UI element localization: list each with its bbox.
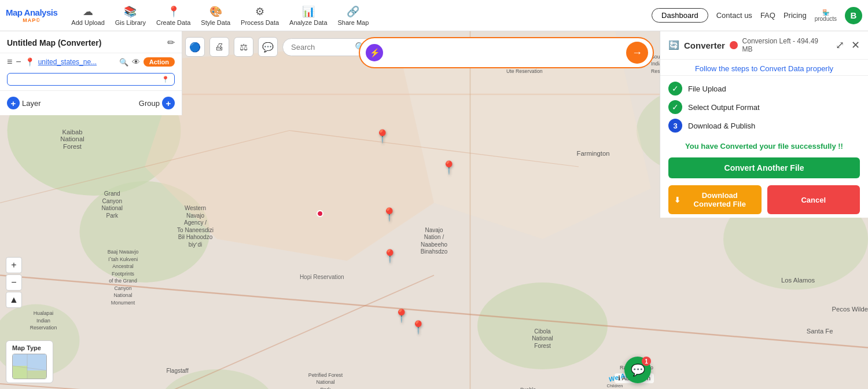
svg-text:National: National [532,335,553,342]
svg-text:Los Alamos: Los Alamos [781,277,815,284]
nav-gis-library[interactable]: 📚 Gis Library [115,5,146,26]
svg-text:Kaibab: Kaibab [62,129,82,135]
user-avatar[interactable]: B [845,7,862,24]
svg-text:Park: Park [106,212,119,219]
svg-rect-84 [27,370,47,379]
layer-pin-small-icon: 📍 [161,76,170,83]
left-panel: Untitled Map (Converter) ✏ ≡ − 📍 united_… [0,31,182,115]
step-select-output: ✓ Select Output Format [668,100,860,114]
chat-bubble-button[interactable]: 💬 1 [624,357,651,383]
map-pin-1[interactable]: 📍 [374,129,390,144]
nav-create-data[interactable]: 📍 Create Data [156,5,190,26]
nav-share-map[interactable]: 🔗 Share Map [338,5,369,26]
step-1-label: File Upload [688,85,726,93]
svg-text:Binahsdzo: Binahsdzo [421,248,448,255]
add-group-button[interactable]: Group + [139,97,175,109]
nav-process-data[interactable]: ⚙ Process Data [241,5,279,26]
faq-link[interactable]: FAQ [760,11,775,20]
svg-text:Canyon: Canyon [114,285,131,291]
ai-input-wrapper[interactable]: ⚡ → [359,37,654,68]
svg-text:Canyon: Canyon [102,198,122,204]
conversion-left-label: Conversion Left - 494.49 MB [742,37,829,53]
layer-visibility-icon[interactable]: 👁 [132,57,140,67]
tool-chat-btn[interactable]: 💬 [258,37,278,57]
layer-search-input[interactable] [12,75,161,83]
svg-text:National: National [316,379,334,385]
layer-name-link[interactable]: united_states_ne... [38,58,116,66]
converter-header: 🔄 Converter Conversion Left - 494.49 MB … [660,31,868,60]
nav-style-data[interactable]: 🎨 Style Data [201,5,230,26]
nav-right-section: Dashboard Contact us FAQ Pricing 🏪 produ… [652,7,862,24]
reset-north-button[interactable]: ▲ [6,292,22,308]
nav-add-upload[interactable]: ☁ Add Upload [71,5,105,26]
layer-dash-icon[interactable]: ≡ [7,57,12,67]
svg-text:Indian: Indian [36,318,50,324]
map-type-thumbnail[interactable] [12,354,47,379]
converter-title: Converter [684,41,725,50]
map-pin-2[interactable]: 📍 [441,160,457,175]
add-layer-plus-icon: + [7,97,20,109]
ai-input[interactable] [387,49,623,57]
add-group-label: Group [139,99,160,108]
conversion-success-text: You have Converted your file successfull… [660,138,868,154]
chat-icon: 💬 [631,363,645,377]
ai-icon: ⚡ [366,44,383,61]
process-icon: ⚙ [255,5,264,18]
cloud-upload-icon: ☁ [83,5,93,18]
download-converted-button[interactable]: ⬇ Download Converted File [668,185,762,214]
tool-balance-btn[interactable]: ⚖ [234,37,253,57]
map-toolbar: 🔵 🖨 ⚖ 💬 🔍 [185,37,375,57]
logo-sub: MAP© [23,17,41,23]
tool-circle-btn[interactable]: 🔵 [185,37,205,57]
svg-text:Children: Children [607,383,623,388]
logo-title: Map Analysis [6,8,57,17]
zoom-out-button[interactable]: − [6,274,22,291]
map-pin-4[interactable]: 📍 [382,249,398,264]
layer-minus-icon[interactable]: − [16,57,21,67]
contact-link[interactable]: Contact us [716,11,752,20]
dashboard-button[interactable]: Dashboard [652,8,708,23]
nav-analyze-data[interactable]: 📊 Analyze Data [289,5,327,26]
svg-text:Cibola: Cibola [534,328,551,335]
add-group-plus-icon: + [162,97,175,109]
products-menu[interactable]: 🏪 products [815,9,837,22]
logo[interactable]: Map Analysis MAP© [6,8,57,23]
cancel-button[interactable]: Cancel [767,185,860,214]
svg-text:Naabeeho: Naabeeho [421,241,448,248]
map-pin-3[interactable]: 📍 [381,207,397,222]
layer-row: ≡ − 📍 united_states_ne... 🔍 👁 Action [0,53,182,71]
svg-text:Agency /: Agency / [184,219,207,226]
map-type-selector[interactable]: Map Type [6,340,53,383]
map-pin-6[interactable]: 📍 [410,320,426,335]
svg-text:Navajo: Navajo [186,212,205,219]
converter-steps: ✓ File Upload ✓ Select Output Format 3 D… [660,76,868,138]
layer-action-button[interactable]: Action [144,57,175,67]
style-icon: 🎨 [209,5,222,18]
map-pin-5[interactable]: 📍 [393,309,409,324]
svg-text:Iʼtah Kukveni: Iʼtah Kukveni [108,256,138,262]
svg-text:Reservation: Reservation [30,325,57,331]
products-icon: 🏪 [822,9,829,16]
map-type-label: Map Type [12,344,41,351]
search-input[interactable] [291,43,351,52]
add-layer-button[interactable]: + Layer [7,97,41,109]
zoom-in-icon[interactable]: 🔍 [119,58,128,67]
layer-pin-icon: 📍 [25,57,35,67]
layer-search-box[interactable]: 📍 [7,73,175,86]
step-3-label: Download & Publish [688,122,755,130]
svg-text:biyʼdi: biyʼdi [189,241,203,248]
zoom-in-button[interactable]: + [6,257,22,273]
converter-expand-icon[interactable]: ⤢ [836,39,844,52]
ai-submit-button[interactable]: → [626,42,648,64]
panel-footer: + Layer Group + [0,90,182,115]
converter-close-button[interactable]: ✕ [851,39,860,52]
convert-another-button[interactable]: Convert Another File [668,157,860,178]
svg-text:Santa Fe: Santa Fe [807,328,833,335]
svg-text:Forest: Forest [534,343,551,349]
svg-text:National: National [113,292,132,298]
tool-print-btn[interactable]: 🖨 [209,37,229,57]
pricing-link[interactable]: Pricing [784,11,807,20]
svg-text:Forest: Forest [63,143,82,150]
edit-button[interactable]: ✏ [167,37,175,48]
svg-text:Footprints: Footprints [112,271,135,277]
